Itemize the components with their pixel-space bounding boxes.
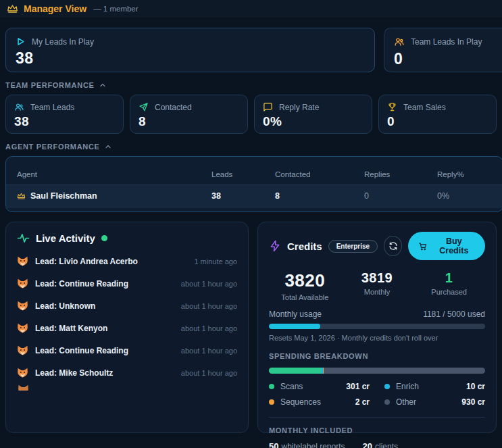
chat-icon — [263, 102, 273, 112]
refresh-button[interactable] — [384, 236, 402, 256]
fox-icon — [17, 367, 28, 378]
legend-enrich: Enrich 10 cr — [384, 382, 485, 391]
live-status-dot — [101, 235, 107, 241]
agent-name: Saul Fleischman — [30, 191, 97, 201]
table-row[interactable]: Saul Fleischman 38 8 0 0% — [6, 184, 502, 207]
row-replies: 0 — [364, 191, 437, 201]
people-orange-icon — [394, 36, 405, 47]
monthly-usage-bar — [269, 324, 485, 329]
total-available-stat: 3820 Total Available — [269, 270, 341, 301]
legend-other: Other 930 cr — [384, 397, 485, 407]
total-available-value: 3820 — [269, 270, 341, 291]
people-icon — [14, 102, 24, 112]
legend-value: 10 cr — [466, 382, 485, 391]
legend-label: Sequences — [280, 397, 321, 407]
buy-credits-label: Buy Credits — [433, 237, 475, 255]
other-dot-icon — [384, 399, 390, 405]
stat-label: Reply Rate — [279, 103, 319, 112]
scans-dot-icon — [269, 384, 274, 389]
clients-stat: 20clients — [363, 441, 398, 448]
activity-label: Lead: Unknown — [35, 301, 95, 311]
monthly-stat: 3819 Monthly — [341, 270, 413, 301]
list-item[interactable]: Lead: Unknown about 1 hour ago — [17, 295, 237, 317]
activity-time: about 1 hour ago — [181, 347, 237, 355]
legend-sequences: Sequences 2 cr — [269, 397, 370, 407]
legend-value: 301 cr — [346, 382, 370, 391]
scans-segment — [269, 368, 321, 374]
column-header-contacted: Contacted — [275, 170, 364, 178]
activity-time: about 1 hour ago — [181, 324, 237, 332]
legend-value: 930 cr — [461, 397, 485, 407]
fox-icon — [17, 300, 28, 312]
send-icon — [139, 102, 149, 112]
column-header-leads: Leads — [211, 170, 275, 178]
chevron-up-icon — [104, 143, 112, 151]
activity-label: Lead: Continue Reading — [35, 279, 128, 289]
legend-label: Scans — [280, 382, 303, 391]
credits-title: Credits — [287, 241, 322, 252]
fox-icon — [17, 322, 28, 334]
buy-credits-button[interactable]: Buy Credits — [408, 232, 485, 260]
monthly-label: Monthly — [341, 288, 413, 296]
sequences-segment — [323, 368, 324, 374]
clients-value: 20 — [363, 441, 372, 448]
my-leads-value: 38 — [16, 49, 365, 68]
contacted-stat-card: Contacted 8 — [130, 95, 248, 134]
live-activity-panel: Live Activity Lead: Livio Andrea Acerbo … — [5, 222, 249, 433]
stat-label: Contacted — [155, 103, 192, 112]
agent-performance-title: AGENT PERFORMANCE — [5, 143, 100, 151]
team-performance-header[interactable]: TEAM PERFORMANCE — [5, 81, 497, 89]
sequences-dot-icon — [269, 399, 274, 405]
row-contacted: 8 — [275, 191, 364, 201]
team-performance-title: TEAM PERFORMANCE — [5, 81, 95, 89]
monthly-usage-fill — [269, 324, 320, 329]
agent-performance-header[interactable]: AGENT PERFORMANCE — [5, 143, 497, 151]
purchased-label: Purchased — [413, 288, 485, 296]
activity-label: Lead: Continue Reading — [35, 346, 128, 355]
whitelabel-reports-label: whitelabel reports — [281, 442, 345, 448]
fox-icon — [17, 255, 28, 267]
legend-label: Enrich — [396, 382, 419, 391]
team-leads-label: Team Leads In Play — [411, 37, 482, 47]
fox-icon — [17, 345, 28, 356]
monthly-value: 3819 — [341, 270, 413, 286]
list-item[interactable]: Lead: Continue Reading about 1 hour ago — [17, 272, 237, 295]
reply-rate-stat-card: Reply Rate 0% — [254, 95, 372, 134]
list-item[interactable]: Lead: Livio Andrea Acerbo 1 minute ago — [17, 250, 237, 272]
legend-value: 2 cr — [355, 397, 370, 407]
activity-time: about 1 hour ago — [181, 280, 237, 288]
live-activity-title: Live Activity — [36, 232, 95, 244]
enrich-dot-icon — [384, 384, 390, 389]
fox-icon — [17, 278, 28, 289]
list-item[interactable]: Lead: Mike Schoultz about 1 hour ago — [17, 362, 237, 384]
reset-note: Resets May 1, 2026 · Monthly credits don… — [269, 334, 485, 342]
monthly-usage-label: Monthly usage — [269, 309, 322, 319]
team-leads-card: Team Leads In Play 0 — [384, 28, 502, 72]
team-sales-stat-card: Team Sales 0 — [378, 95, 497, 134]
stat-value: 0 — [387, 114, 488, 129]
top-stats-row: My Leads In Play 38 Team Leads In Play 0 — [5, 28, 497, 72]
activity-time: about 1 hour ago — [181, 302, 237, 310]
whitelabel-reports-stat: 50whitelabel reports — [269, 441, 345, 448]
page-title: Manager View — [24, 3, 86, 14]
monthly-usage-count: 1181 / 5000 used — [423, 309, 485, 319]
column-header-agent: Agent — [17, 170, 211, 178]
monthly-included-row: 50whitelabel reports 20clients — [269, 441, 485, 448]
stat-value: 38 — [14, 114, 115, 129]
team-leads-stat-card: Team Leads 38 — [5, 95, 124, 134]
activity-time: 1 minute ago — [194, 257, 237, 266]
table-header-row: Agent Leads Contacted Replies Reply% — [6, 170, 502, 184]
stat-label: Team Leads — [30, 103, 74, 112]
crown-icon — [17, 192, 26, 201]
list-item[interactable]: Lead: Continue Reading about 1 hour ago — [17, 339, 237, 362]
activity-list: Lead: Livio Andrea Acerbo 1 minute ago L… — [17, 250, 237, 391]
activity-label: Lead: Matt Kenyon — [35, 324, 107, 333]
row-leads: 38 — [211, 191, 275, 201]
row-replypct: 0% — [437, 191, 502, 201]
clients-label: clients — [375, 442, 398, 448]
activity-label: Lead: Livio Andrea Acerbo — [35, 257, 138, 266]
play-icon — [16, 36, 26, 47]
list-item[interactable]: Lead: Matt Kenyon about 1 hour ago — [17, 317, 237, 339]
crown-icon — [7, 3, 18, 15]
credits-panel: Credits Enterprise Buy Credits 3820 Tota… — [257, 222, 497, 433]
